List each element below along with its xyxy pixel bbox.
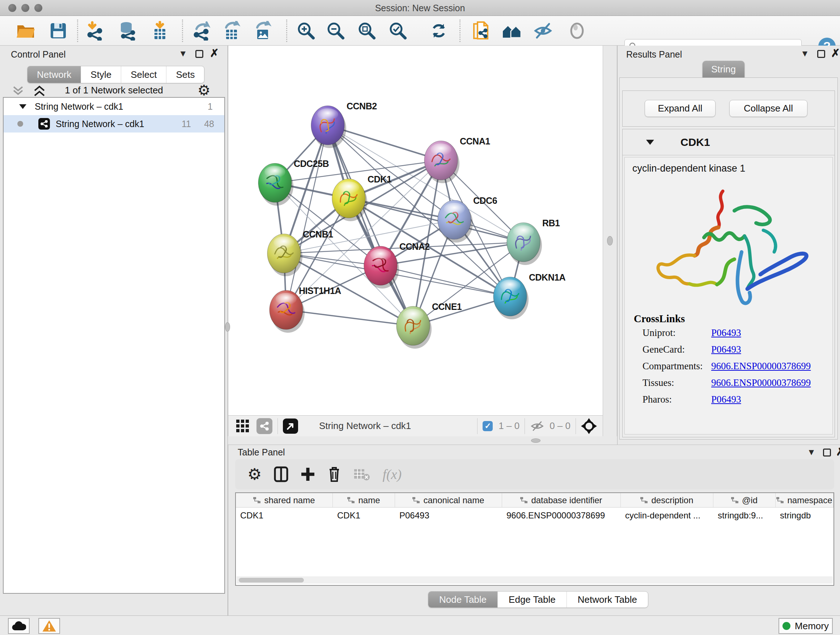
selected-indicator-checkbox[interactable]: ✓ [483,421,493,431]
grid-view-icon[interactable] [235,419,250,433]
network-node-CCNA2[interactable] [364,246,399,288]
network-collection-row[interactable]: String Network – cdk1 1 [4,98,224,115]
close-panel-icon[interactable]: ✗ [836,448,840,456]
tab-network-table[interactable]: Network Table [567,592,648,608]
zoom-in-button[interactable] [294,19,319,43]
save-session-button[interactable] [46,19,71,43]
collapse-all-button[interactable]: Collapse All [729,100,807,117]
tree-expand-caret-icon[interactable] [19,103,27,109]
crosslink-link[interactable]: P06493 [711,327,741,339]
left-splitter-grip[interactable] [225,322,230,332]
network-graph[interactable]: CCNB2CCNA1CDC25BCDK1CDC6RB1CCNB1CCNA2CDK… [228,46,603,415]
column-header-namespace[interactable]: namespace [775,493,834,507]
network-node-RB1[interactable] [507,223,542,265]
export-network-button[interactable] [189,19,215,43]
maximize-panel-icon[interactable] [823,448,831,456]
column-header--id[interactable]: @id [714,493,775,507]
table-options-gear-icon[interactable]: ⚙ [248,466,262,482]
show-columns-icon[interactable] [274,466,288,482]
import-table-button[interactable] [147,19,172,43]
tab-style[interactable]: Style [81,66,121,83]
network-node-CDK1[interactable] [332,179,367,221]
network-node-CCNE1[interactable] [396,306,431,348]
table-cell[interactable]: CDK1 [333,508,395,524]
import-network-database-button[interactable] [115,19,140,43]
gene-entry-header[interactable]: CDK1 [622,129,835,155]
network-badge-icon[interactable] [256,418,272,434]
table-cell[interactable]: CDK1 [236,508,333,524]
maximize-panel-icon[interactable] [817,50,825,58]
warnings-button[interactable] [38,618,60,634]
cloud-status-button[interactable] [8,618,30,634]
zoom-out-button[interactable] [323,19,348,43]
crosshair-icon[interactable] [581,418,597,434]
zoom-fit-button[interactable] [354,19,379,43]
tab-network[interactable]: Network [27,66,81,83]
table-cell[interactable]: 9606.ENSP00000378699 [502,508,621,524]
new-network-from-selection-button[interactable] [468,19,493,43]
vertical-splitter[interactable] [603,46,617,436]
table-cell[interactable]: P06493 [395,508,502,524]
column-header-database-identifier[interactable]: database identifier [502,493,621,507]
close-panel-icon[interactable]: ✗ [210,49,219,57]
tab-sets[interactable]: Sets [166,66,204,83]
column-header-shared-name[interactable]: shared name [236,493,333,507]
float-panel-icon[interactable]: ▼ [179,49,187,59]
column-header-canonical-name[interactable]: canonical name [395,493,502,507]
maximize-panel-icon[interactable] [195,50,203,58]
network-edge-CCNB2-HIST1H1A[interactable] [286,125,328,310]
show-all-button[interactable] [564,19,590,43]
network-canvas[interactable]: CCNB2CCNA1CDC25BCDK1CDC6RB1CCNB1CCNA2CDK… [228,46,603,415]
table-cell[interactable]: stringdb:9... [714,508,775,524]
tab-select[interactable]: Select [121,66,166,83]
network-options-gear-icon[interactable]: ⚙ [197,82,210,98]
apply-layout-button[interactable] [426,19,452,43]
toolbar-separator [459,19,461,42]
table-cell[interactable]: stringdb [775,508,834,524]
network-node-CDC6[interactable] [438,200,473,242]
crosslink-link[interactable]: P06493 [711,344,741,355]
tab-string[interactable]: String [703,61,745,78]
network-node-CCNA1[interactable] [424,141,459,183]
splitter-grip[interactable] [607,236,613,245]
status-bar: Memory [0,616,840,635]
network-selection-status: 1 of 1 Network selected [0,85,228,96]
crosslink-link[interactable]: 9606.ENSP00000378699 [711,361,811,372]
column-header-name[interactable]: name [333,493,395,507]
open-session-button[interactable] [13,19,38,43]
collapse-entry-caret-icon[interactable] [646,139,654,145]
delete-column-trash-icon[interactable] [327,466,341,483]
float-panel-icon[interactable]: ▼ [807,447,816,457]
splitter-grip[interactable] [531,439,540,443]
add-column-icon[interactable] [301,466,315,482]
network-node-CDC25B[interactable] [258,163,294,206]
table-horizontal-scrollbar[interactable] [237,576,833,584]
hide-selected-button[interactable] [531,19,556,43]
expand-all-button[interactable]: Expand All [645,100,715,117]
crosslink-link[interactable]: P06493 [711,394,741,405]
memory-button[interactable]: Memory [778,618,833,634]
tab-edge-table[interactable]: Edge Table [498,592,567,608]
node-label-CCNA1: CCNA1 [460,136,490,146]
table-scrollbar-thumb[interactable] [239,578,304,583]
network-node-CCNB1[interactable] [267,234,302,276]
network-row[interactable]: String Network – cdk1 11 48 [4,115,224,133]
close-panel-icon[interactable]: ✗ [831,49,840,57]
float-panel-icon[interactable]: ▼ [801,49,809,59]
import-network-file-button[interactable] [82,19,107,43]
network-tree: String Network – cdk1 1 String Network –… [3,97,225,594]
network-edge-HIST1H1A-CCNE1[interactable] [286,310,413,326]
table-cell[interactable]: cyclin-dependent ... [621,508,714,524]
birds-eye-view-icon[interactable] [283,418,298,434]
crosslink-label: GeneCard: [643,344,685,355]
export-image-button[interactable] [250,19,275,43]
crosslink-link[interactable]: 9606.ENSP00000378699 [711,377,811,388]
column-header-description[interactable]: description [621,493,714,507]
node-table-row[interactable]: CDK1CDK1P064939606.ENSP00000378699cyclin… [236,508,834,524]
network-node-CCNB2[interactable] [311,106,346,148]
first-neighbors-button[interactable] [499,19,524,43]
zoom-selected-button[interactable] [385,19,411,43]
export-table-button[interactable] [219,19,244,43]
tab-node-table[interactable]: Node Table [428,592,498,608]
network-node-CDKN1A[interactable] [493,277,529,319]
